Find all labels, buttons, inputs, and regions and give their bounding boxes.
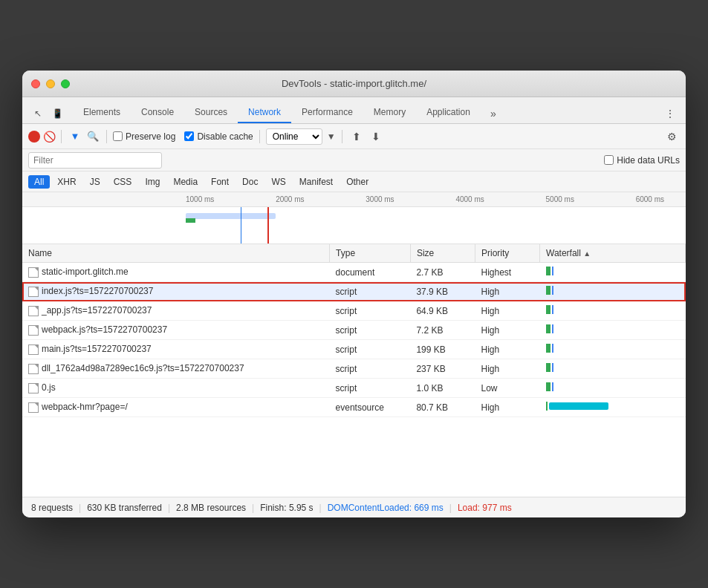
wf-blue-line [552, 286, 553, 295]
tick-4000: 4000 ms [455, 195, 484, 203]
preserve-log-checkbox[interactable] [113, 131, 123, 141]
cell-size: 64.9 KB [410, 301, 475, 321]
waterfall-bar [546, 286, 553, 295]
cell-priority: High [475, 301, 539, 321]
cell-size: 2.7 KB [410, 263, 475, 282]
preserve-log-label[interactable]: Preserve log [113, 131, 175, 142]
file-icon [28, 287, 39, 297]
cell-type: script [330, 340, 411, 359]
timeline-blue-bar [186, 213, 276, 219]
disable-cache-label[interactable]: Disable cache [184, 131, 253, 142]
import-har-button[interactable]: ⬆ [348, 128, 365, 145]
cell-priority: High [475, 282, 539, 301]
hide-data-urls-label[interactable]: Hide data URLs [604, 155, 680, 166]
type-filter-img[interactable]: Img [139, 175, 166, 189]
file-icon [28, 402, 39, 413]
wf-blue-line [552, 382, 553, 391]
type-filter-font[interactable]: Font [205, 175, 235, 189]
table-row[interactable]: static-import.glitch.medocument2.7 KBHig… [22, 263, 686, 282]
search-icon[interactable]: 🔍 [85, 129, 100, 144]
type-filter-all[interactable]: All [28, 175, 50, 189]
col-header-waterfall[interactable]: Waterfall ▲ [540, 244, 686, 263]
tab-performance[interactable]: Performance [291, 102, 363, 123]
tab-sources[interactable]: Sources [184, 102, 238, 123]
type-filter-manifest[interactable]: Manifest [293, 175, 339, 189]
disable-cache-checkbox[interactable] [184, 131, 194, 141]
throttle-select[interactable]: Online Fast 3G Slow 3G Offline [266, 128, 322, 145]
cell-size: 237 KB [410, 359, 475, 379]
sort-arrow: ▲ [583, 249, 591, 258]
col-header-type[interactable]: Type [330, 244, 411, 263]
load-time: Load: 977 ms [458, 503, 512, 513]
cell-size: 37.9 KB [410, 282, 475, 301]
cell-priority: Highest [475, 263, 539, 282]
filter-icon[interactable]: ▼ [68, 129, 82, 144]
wf-cyan-bar [549, 402, 608, 410]
tab-network[interactable]: Network [238, 102, 291, 123]
network-toolbar: 🚫 ▼ 🔍 Preserve log Disable cache Online … [22, 124, 686, 149]
table-row[interactable]: index.js?ts=1572270700237script37.9 KBHi… [22, 282, 686, 301]
separator-2 [106, 130, 107, 143]
table-row[interactable]: 0.jsscript1.0 KBLow [22, 379, 686, 398]
table-header-row: Name Type Size Priority Waterfall ▲ [22, 244, 686, 263]
type-filter-doc[interactable]: Doc [236, 175, 264, 189]
cell-type: document [330, 263, 411, 282]
waterfall-bar [546, 305, 553, 314]
wf-blue-line [552, 363, 553, 372]
file-icon [28, 325, 39, 336]
timeline-area: 1000 ms 2000 ms 3000 ms 4000 ms 5000 ms … [22, 192, 686, 244]
close-button[interactable] [31, 79, 40, 88]
waterfall-bar [546, 402, 608, 411]
table-row[interactable]: _app.js?ts=1572270700237script64.9 KBHig… [22, 301, 686, 321]
tab-application[interactable]: Application [416, 102, 481, 123]
requests-count: 8 requests [31, 503, 73, 513]
cell-waterfall [540, 282, 686, 301]
file-icon [28, 267, 39, 278]
export-har-button[interactable]: ⬇ [368, 128, 384, 145]
window-title: DevTools - static-import.glitch.me/ [282, 78, 426, 89]
hide-data-urls-checkbox[interactable] [604, 155, 614, 165]
finish-time: Finish: 5.95 s [260, 503, 313, 513]
device-toolbar-button[interactable]: 📱 [48, 104, 67, 123]
table-row[interactable]: webpack.js?ts=1572270700237script7.2 KBH… [22, 321, 686, 340]
record-button[interactable] [28, 131, 40, 143]
cell-name: 0.js [22, 379, 330, 398]
type-filter-other[interactable]: Other [340, 175, 374, 189]
type-filter-css[interactable]: CSS [108, 175, 138, 189]
status-bar: 8 requests | 630 KB transferred | 2.8 MB… [22, 497, 686, 517]
table-row[interactable]: dll_1762a4d98a7289ec16c9.js?ts=157227070… [22, 359, 686, 379]
type-filter-xhr[interactable]: XHR [51, 175, 82, 189]
tab-bar: ↖ 📱 Elements Console Sources Network Per… [22, 97, 686, 124]
table-row[interactable]: webpack-hmr?page=/eventsource80.7 KBHigh [22, 398, 686, 417]
cell-type: eventsource [330, 398, 411, 417]
wf-blue-line [552, 344, 553, 353]
cursor-tool-button[interactable]: ↖ [28, 104, 48, 123]
type-filter-js[interactable]: JS [84, 175, 106, 189]
type-filter-media[interactable]: Media [167, 175, 204, 189]
devtools-menu-button[interactable]: ⋮ [660, 104, 680, 123]
filter-input[interactable] [28, 152, 162, 169]
col-header-size[interactable]: Size [410, 244, 475, 263]
tab-console[interactable]: Console [131, 102, 184, 123]
load-line [267, 207, 269, 244]
wf-green-block [546, 267, 551, 275]
waterfall-bar [546, 344, 553, 353]
table-row[interactable]: main.js?ts=1572270700237script199 KBHigh [22, 340, 686, 359]
col-header-name[interactable]: Name [22, 244, 330, 263]
timeline-green-bar [186, 218, 195, 223]
wf-green-block [546, 305, 551, 314]
settings-button[interactable]: ⚙ [663, 128, 680, 145]
minimize-button[interactable] [46, 79, 55, 88]
type-filter-ws[interactable]: WS [265, 175, 291, 189]
cell-priority: High [475, 340, 539, 359]
maximize-button[interactable] [61, 79, 70, 88]
tab-elements[interactable]: Elements [73, 102, 131, 123]
cell-waterfall [540, 263, 686, 282]
wf-blue-line [552, 305, 553, 314]
cell-name: index.js?ts=1572270700237 [22, 282, 330, 301]
tab-memory[interactable]: Memory [363, 102, 416, 123]
tick-5000: 5000 ms [546, 195, 574, 203]
more-tabs-button[interactable]: » [484, 104, 503, 123]
col-header-priority[interactable]: Priority [475, 244, 539, 263]
stop-button[interactable]: 🚫 [43, 131, 55, 143]
